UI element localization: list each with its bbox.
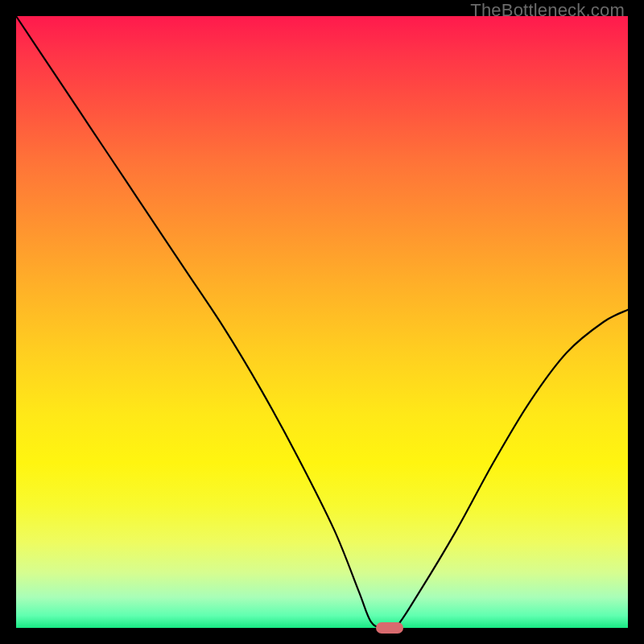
optimal-marker — [376, 622, 403, 634]
chart-frame: TheBottleneck.com — [0, 0, 644, 644]
watermark-text: TheBottleneck.com — [470, 0, 625, 21]
bottleneck-curve — [16, 16, 628, 628]
